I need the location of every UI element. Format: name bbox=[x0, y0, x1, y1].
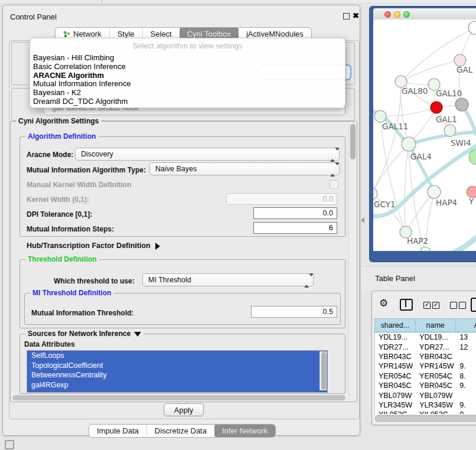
table-row[interactable]: YBL079WYBL079W bbox=[375, 390, 476, 400]
dpi-tolerance-field[interactable]: 0.0 bbox=[253, 207, 337, 219]
tab-discretize-data[interactable]: Discretize Data bbox=[146, 425, 214, 437]
network-node-label: GCY1 bbox=[374, 200, 396, 209]
node-table: shared...nameA YDL19...YDL19...13YDR27..… bbox=[374, 318, 476, 414]
network-node bbox=[467, 186, 476, 198]
algorithm-dropdown-prompt: Select algorithm to view settings bbox=[30, 38, 345, 54]
algorithm-option-bayesian-k2[interactable]: Bayesian - K2 bbox=[30, 89, 345, 97]
settings-horizontal-scrollbar[interactable] bbox=[11, 394, 348, 401]
network-edge bbox=[401, 60, 460, 81]
which-threshold-value: MI Threshold bbox=[148, 276, 191, 284]
table-row[interactable]: YBR045CYBR045C9. bbox=[375, 381, 476, 390]
close-icon[interactable]: ✖ bbox=[353, 11, 359, 21]
table-cell: YDR27... bbox=[416, 342, 456, 351]
algorithm-option-bayesian-hill-climbing[interactable]: Bayesian - Hill Climbing bbox=[30, 54, 345, 63]
algorithm-dropdown-items: Bayesian - Hill ClimbingBasic Correlatio… bbox=[30, 54, 345, 106]
tab-label: Infer Network bbox=[222, 426, 268, 435]
apply-button[interactable]: Apply bbox=[164, 403, 204, 416]
algorithm-dropdown: Select algorithm to view settings Bayesi… bbox=[30, 38, 345, 108]
network-node bbox=[444, 125, 456, 136]
table-cell: 9. bbox=[456, 381, 476, 390]
data-attribute-item-partial[interactable] bbox=[27, 390, 327, 393]
mi-threshold-field[interactable]: 0.5 bbox=[251, 306, 337, 318]
network-node bbox=[402, 137, 416, 151]
algorithm-option-mutual-information-inference[interactable]: Mutual Information Inference bbox=[30, 80, 345, 89]
deselect-checkbox-icon[interactable] bbox=[459, 302, 466, 309]
table-cell: 9. bbox=[456, 400, 476, 410]
mi-steps-field[interactable]: 6 bbox=[253, 222, 337, 234]
data-attributes-label: Data Attributes bbox=[24, 340, 75, 348]
manual-kernel-width-checkbox[interactable] bbox=[330, 180, 338, 189]
control-panel-window: Control Panel ✖ NetworkStyleSelectCyni T… bbox=[2, 5, 360, 436]
column-header-a[interactable]: A bbox=[456, 319, 476, 332]
network-view-window[interactable]: GALGAL80GAL10GAL1SWI4GAL11GAL4GCY1HAP4YH… bbox=[369, 6, 476, 262]
table-row[interactable]: YLR345WYLR345W9. bbox=[375, 400, 476, 410]
restore-panel-icon[interactable] bbox=[5, 440, 14, 449]
dpi-tolerance-label: DPI Tolerance [0,1]: bbox=[27, 210, 92, 219]
deselect-checkbox-icon[interactable] bbox=[450, 302, 457, 309]
network-edge-highlighted bbox=[435, 234, 476, 251]
collapsed-arrow-icon bbox=[155, 243, 160, 250]
mi-threshold-definition-title: MI Threshold Definition bbox=[30, 289, 113, 297]
data-attribute-item[interactable]: TopologicalCoefficient bbox=[27, 361, 327, 371]
table-cell: YLR345W bbox=[416, 400, 456, 410]
table-cell: YBL079W bbox=[375, 390, 416, 400]
tab-label: jActiveMNodules bbox=[246, 30, 304, 38]
table-row[interactable]: YDR27...YDR27...12 bbox=[375, 342, 476, 351]
columns-icon[interactable] bbox=[400, 299, 413, 311]
table-cell: YBL079W bbox=[416, 390, 456, 400]
network-node-label: HAP4 bbox=[436, 198, 457, 207]
data-attributes-list[interactable]: SelfLoopsTopologicalCoefficientBetweenne… bbox=[27, 350, 328, 393]
data-attribute-item[interactable]: BetweennessCentrality bbox=[27, 370, 327, 380]
manual-kernel-width-label: Manual Kernel Width Definition bbox=[27, 181, 131, 189]
toolbar-divider-tick bbox=[102, 0, 102, 3]
algorithm-option-dream8-dc-tdc-algorithm[interactable]: Dream8 DC_TDC Algorithm bbox=[30, 97, 345, 106]
table-row[interactable]: YDL19...YDL19...13 bbox=[375, 332, 476, 342]
table-row[interactable]: YPR145WYPR145W9. bbox=[375, 361, 476, 371]
network-node bbox=[454, 54, 466, 66]
mi-threshold-label: Mutual Information Threshold: bbox=[31, 309, 133, 317]
algorithm-option-basic-correlation-inference[interactable]: Basic Correlation Inference bbox=[30, 63, 345, 71]
settings-vertical-scrollbar[interactable] bbox=[348, 122, 356, 399]
network-node-label: Y bbox=[468, 197, 474, 206]
aracne-mode-combo[interactable]: Discovery bbox=[75, 148, 340, 161]
tab-infer-network[interactable]: Infer Network bbox=[214, 425, 275, 437]
sources-title[interactable]: Sources for Network Inference bbox=[25, 330, 144, 338]
network-canvas[interactable]: GALGAL80GAL10GAL1SWI4GAL11GAL4GCY1HAP4YH… bbox=[373, 19, 476, 251]
network-node bbox=[431, 102, 442, 113]
sources-title-text: Sources for Network Inference bbox=[28, 330, 131, 338]
data-attribute-item[interactable]: SelfLoops bbox=[27, 351, 327, 361]
minimize-traffic-light-icon[interactable] bbox=[394, 11, 400, 18]
screen: Control Panel ✖ NetworkStyleSelectCyni T… bbox=[0, 0, 476, 450]
hub-definition-label: Hub/Transcription Factor Definition bbox=[27, 242, 151, 250]
select-all-checkbox-icon[interactable]: ✓ bbox=[423, 302, 431, 309]
hub-definition-toggle[interactable]: Hub/Transcription Factor Definition bbox=[27, 242, 160, 250]
algorithm-option-aracne-algorithm[interactable]: ARACNE Algorithm bbox=[30, 71, 345, 80]
gear-icon[interactable]: ⚙ bbox=[379, 298, 388, 308]
which-threshold-combo[interactable]: MI Threshold bbox=[142, 273, 314, 286]
panel-splitter-handle[interactable] bbox=[361, 217, 364, 223]
network-node bbox=[455, 98, 468, 111]
table-horizontal-scrollbar[interactable] bbox=[374, 415, 476, 422]
select-all-checkbox-icon[interactable]: ✓ bbox=[432, 302, 439, 309]
mi-algorithm-type-label: Mutual Information Algorithm Type: bbox=[27, 166, 146, 174]
table-row[interactable]: YER054CYER054C8. bbox=[375, 371, 476, 381]
zoom-traffic-light-icon[interactable] bbox=[403, 11, 410, 18]
network-edge bbox=[373, 144, 409, 194]
kernel-width-field[interactable]: 0.0 bbox=[226, 193, 337, 205]
table-cell bbox=[456, 352, 476, 361]
column-header-shared-[interactable]: shared... bbox=[375, 319, 416, 332]
data-attribute-item[interactable]: gal4RGexp bbox=[27, 380, 327, 390]
algorithm-definition-title: Algorithm Definition bbox=[25, 132, 98, 141]
mi-algorithm-type-combo[interactable]: Naive Bayes bbox=[149, 162, 340, 175]
network-edge bbox=[380, 107, 436, 116]
threshold-definition-title: Threshold Definition bbox=[25, 255, 99, 263]
table-cell: 9. bbox=[456, 361, 476, 371]
float-window-icon[interactable] bbox=[343, 13, 350, 19]
tab-impute-data[interactable]: Impute Data bbox=[89, 425, 146, 437]
table-row[interactable]: YBR043CYBR043C bbox=[375, 352, 476, 361]
list-vertical-scrollbar[interactable] bbox=[319, 351, 327, 390]
table-row[interactable]: YIL053CYIL053C0 bbox=[375, 410, 476, 414]
close-traffic-light-icon[interactable] bbox=[384, 11, 391, 18]
column-header-name[interactable]: name bbox=[416, 319, 456, 332]
table-function-icon[interactable] bbox=[471, 298, 476, 312]
